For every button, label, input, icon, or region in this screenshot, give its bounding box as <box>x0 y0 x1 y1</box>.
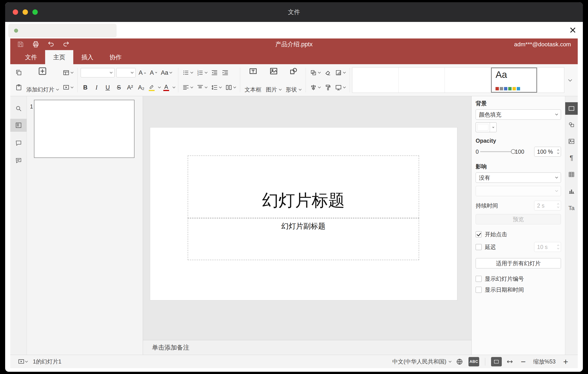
chat-panel-button[interactable] <box>10 154 27 167</box>
fit-to-width-button[interactable] <box>506 358 513 365</box>
bold-button[interactable]: B <box>81 83 90 92</box>
effect-type-select[interactable] <box>476 186 561 196</box>
columns-button[interactable] <box>224 83 237 92</box>
slide-settings-icon <box>568 105 575 112</box>
align-shape-button[interactable] <box>309 83 322 92</box>
line-spacing-button[interactable] <box>210 83 222 92</box>
comments-panel-button[interactable] <box>10 137 27 150</box>
font-size-combo[interactable] <box>116 68 136 77</box>
slides-panel-button[interactable] <box>10 119 27 132</box>
fit-to-slide-button[interactable] <box>491 357 502 366</box>
underline-button[interactable]: U <box>103 83 112 92</box>
tab-collaboration[interactable]: 协作 <box>101 50 130 64</box>
minimize-traffic-button[interactable] <box>22 9 28 15</box>
paste-button[interactable] <box>14 83 23 92</box>
opacity-slider[interactable] <box>480 151 514 152</box>
fill-color-picker[interactable] <box>476 122 497 132</box>
image-settings-button[interactable] <box>565 135 578 148</box>
highlight-color-chevron-icon[interactable] <box>158 86 161 88</box>
redo-button[interactable] <box>63 41 70 48</box>
start-on-click-checkbox[interactable] <box>476 231 482 237</box>
tab-insert[interactable]: 插入 <box>73 50 101 64</box>
copy-style-button[interactable] <box>323 83 332 92</box>
font-name-combo[interactable] <box>81 68 115 77</box>
change-case-button[interactable]: Aa <box>160 68 173 77</box>
subscript-button[interactable]: A₂ <box>136 83 146 92</box>
opacity-spinner[interactable]: 100 % <box>534 147 561 157</box>
fullscreen-traffic-button[interactable] <box>32 9 38 15</box>
superscript-button[interactable]: A² <box>125 83 135 92</box>
color-picker-chevron-icon[interactable] <box>490 122 496 132</box>
italic-button[interactable]: I <box>92 83 101 92</box>
change-layout-button[interactable] <box>62 68 74 77</box>
fill-type-select[interactable]: 颜色填充 <box>476 109 561 120</box>
close-traffic-button[interactable] <box>13 9 18 15</box>
increase-font-button[interactable]: A <box>137 68 147 77</box>
document-language-button[interactable] <box>456 358 463 365</box>
insert-textbox-button[interactable]: 文本框 <box>242 66 264 94</box>
close-preview-button[interactable]: × <box>569 23 576 37</box>
show-slide-number-checkbox[interactable] <box>476 276 482 282</box>
start-slideshow-status-button[interactable] <box>18 358 28 365</box>
effect-select[interactable]: 没有 <box>476 173 561 183</box>
show-date-time-checkbox[interactable] <box>476 287 482 293</box>
opacity-slider-knob[interactable] <box>511 149 516 154</box>
decrease-indent-button[interactable] <box>210 68 219 77</box>
duration-spinner[interactable]: 2 s <box>534 201 561 210</box>
language-select[interactable]: 中文(中华人民共和国) <box>392 358 451 365</box>
save-button[interactable] <box>17 41 24 48</box>
theme-option-selected[interactable]: Aa <box>491 67 537 93</box>
insert-image-button[interactable]: 图片 <box>264 66 284 94</box>
strikeout-button[interactable]: S <box>114 83 124 92</box>
notes-area[interactable]: 单击添加备注 <box>143 340 471 355</box>
theme-option[interactable] <box>399 67 445 93</box>
subtitle-placeholder[interactable]: 幻灯片副标题 <box>188 218 419 260</box>
tab-file[interactable]: 文件 <box>17 50 45 64</box>
font-color-button[interactable]: A <box>162 83 170 91</box>
theme-option[interactable] <box>445 67 491 93</box>
zoom-in-button[interactable]: + <box>561 357 570 366</box>
slide-settings-button[interactable] <box>565 102 578 115</box>
insert-shape-button[interactable]: 形状 <box>284 66 303 94</box>
start-slideshow-button[interactable] <box>62 83 74 92</box>
zoom-out-button[interactable]: − <box>519 357 528 366</box>
horizontal-align-button[interactable] <box>181 83 194 92</box>
tab-home[interactable]: 主页 <box>45 50 73 64</box>
decrease-font-button[interactable]: A <box>148 68 158 77</box>
theme-option[interactable] <box>352 67 399 93</box>
paragraph-settings-button[interactable]: ¶ <box>565 152 578 164</box>
slide-surface[interactable]: 幻灯片标题 幻灯片副标题 <box>150 128 457 300</box>
shape-fill-button[interactable] <box>334 68 346 77</box>
apply-to-all-button[interactable]: 适用于所有幻灯片 <box>476 258 561 268</box>
add-slide-button[interactable]: 添加幻灯片 <box>24 66 61 94</box>
delay-spinner[interactable]: 10 s <box>534 242 561 252</box>
arrange-shape-button[interactable] <box>309 68 322 77</box>
menu-hamburger-icon[interactable] <box>563 54 571 60</box>
highlight-color-button[interactable] <box>148 83 156 91</box>
shape-settings-button[interactable] <box>565 119 578 131</box>
copy-button[interactable] <box>14 68 23 77</box>
search-panel-button[interactable] <box>10 102 27 115</box>
numbering-button[interactable]: 123 <box>196 68 208 77</box>
table-settings-button[interactable] <box>565 168 578 181</box>
font-color-chevron-icon[interactable] <box>172 86 175 88</box>
delay-checkbox[interactable] <box>476 244 482 250</box>
clear-style-button[interactable] <box>323 68 332 77</box>
theme-gallery-expand-button[interactable] <box>564 66 575 94</box>
increase-indent-button[interactable] <box>221 68 230 77</box>
slide-size-button[interactable] <box>334 83 346 92</box>
undo-button[interactable] <box>47 41 54 48</box>
theme-option[interactable] <box>537 67 564 93</box>
fit-width-icon <box>506 358 513 365</box>
slide-canvas[interactable]: 幻灯片标题 幻灯片副标题 <box>143 96 471 340</box>
print-button[interactable] <box>32 41 39 48</box>
bullets-button[interactable] <box>181 68 194 77</box>
preview-button[interactable]: 预览 <box>476 214 561 224</box>
slide-thumbnail[interactable] <box>34 100 135 158</box>
spellcheck-button[interactable]: ABC <box>469 357 479 366</box>
chart-settings-button[interactable] <box>565 185 578 198</box>
title-placeholder[interactable]: 幻灯片标题 <box>188 155 419 218</box>
vertical-align-button[interactable] <box>196 83 208 92</box>
textart-settings-button[interactable]: Ta <box>565 202 578 214</box>
comment-icon <box>15 140 22 146</box>
